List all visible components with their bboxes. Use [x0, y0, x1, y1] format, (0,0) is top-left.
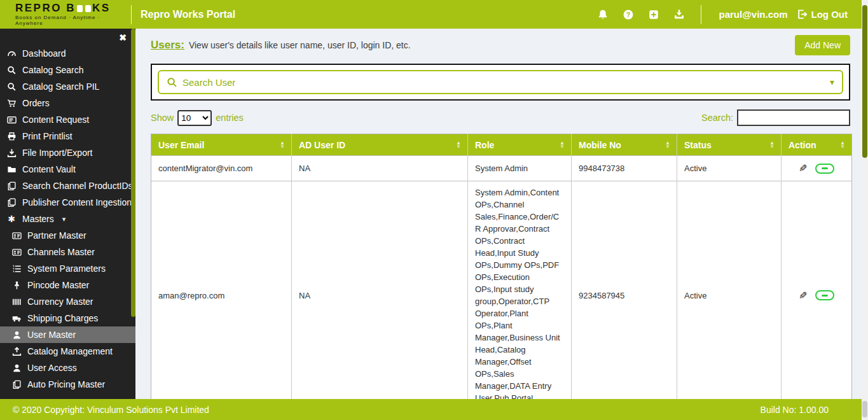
table-search-group: Search:	[701, 109, 850, 126]
add-icon[interactable]	[648, 9, 659, 20]
user-icon	[11, 363, 22, 373]
logo-text-part2: KS	[92, 3, 111, 14]
copy-icon	[6, 181, 17, 191]
sort-icon[interactable]: ▲▼	[665, 141, 672, 149]
dropdown-caret-icon[interactable]: ▾	[830, 77, 834, 87]
idcard-icon	[11, 248, 22, 257]
repro-works-portal-app: REPRO BKS Books on Demand · Anytime · An…	[0, 0, 868, 420]
sidebar-item-catalog-search-pil[interactable]: Catalog Search PIL	[0, 78, 135, 95]
user-search-input[interactable]	[183, 77, 830, 88]
sidebar-item-partner-master[interactable]: Partner Master	[0, 227, 135, 244]
sidebar-item-auto-pricing-master[interactable]: Auto Pricing Master	[0, 376, 135, 393]
sidebar-item-channels-master[interactable]: Channels Master	[0, 244, 135, 260]
sort-icon[interactable]: ▲▼	[280, 141, 286, 149]
logout-icon	[797, 9, 808, 20]
header-divider	[131, 5, 132, 24]
show-label: Show	[151, 113, 174, 123]
copy-icon	[6, 198, 17, 207]
logo-text: REPRO BKS	[15, 3, 122, 14]
sidebar-item-print-printlist[interactable]: Print Printlist	[0, 128, 135, 144]
table-controls-row: Show 10 entries Search:	[151, 109, 850, 126]
sidebar-item-pincode-master[interactable]: Pincode Master	[0, 277, 135, 293]
status-toggle-icon[interactable]	[815, 164, 834, 174]
sidebar-item-search-channel-productids[interactable]: Search Channel ProductIDs	[0, 178, 135, 194]
download-icon	[6, 148, 17, 158]
table-row: aman@repro.com NA System Admin,Content O…	[151, 181, 852, 400]
printer-icon	[6, 132, 17, 141]
copyright-text: © 2020 Copyright: Vinculum Solutions Pvt…	[13, 405, 209, 415]
page-title: Users:	[151, 39, 184, 52]
sidebar-item-currency-master[interactable]: Currency Master	[0, 293, 135, 310]
page-scrollbar-thumb-bottom[interactable]	[862, 401, 867, 417]
sidebar-item-file-import-export[interactable]: File Import/Export	[0, 144, 135, 161]
column-header-ad-user-id[interactable]: AD User ID▲▼	[292, 134, 468, 156]
sidebar-item-orders[interactable]: Orders	[0, 95, 135, 111]
status-toggle-icon[interactable]	[815, 290, 834, 300]
sort-icon[interactable]: ▲▼	[456, 141, 462, 149]
upload-icon	[11, 347, 22, 356]
sidebar-item-content-vault[interactable]: Content Vault	[0, 161, 135, 178]
header-divider	[701, 5, 701, 24]
logout-label: Log Out	[811, 9, 848, 20]
top-header-bar: REPRO BKS Books on Demand · Anytime · An…	[0, 0, 862, 29]
column-header-mobile-no[interactable]: Mobile No▲▼	[572, 134, 677, 156]
download-icon[interactable]	[673, 9, 685, 20]
close-icon[interactable]: ✖	[119, 32, 127, 43]
column-header-action[interactable]: Action▲▼	[782, 134, 852, 156]
sidebar-item-shipping-charges[interactable]: Shipping Charges	[0, 310, 135, 326]
bell-icon[interactable]	[597, 9, 609, 20]
users-table: User Email▲▼ AD User ID▲▼ Role▲▼ Mobile …	[151, 134, 852, 399]
sidebar-item-masters[interactable]: ✱ Masters ▾	[0, 211, 135, 227]
sidebar-item-publisher-content-ingestion[interactable]: Publisher Content Ingestion	[0, 194, 135, 211]
user-icon	[11, 330, 22, 340]
cart-icon	[6, 99, 17, 108]
copy-icon	[11, 380, 22, 389]
sort-icon[interactable]: ▲▼	[560, 141, 566, 149]
column-header-status[interactable]: Status▲▼	[677, 134, 782, 156]
header-actions: ? parul@vin.com Log Out	[590, 5, 862, 24]
list-icon	[6, 115, 17, 125]
cell-user-email: contentMigrator@vin.com	[151, 156, 292, 181]
pin-icon	[11, 281, 22, 290]
page-scrollbar[interactable]	[862, 0, 868, 420]
sidebar-nav: ✖ Dashboard Catalog Search Catalog Searc…	[0, 29, 135, 399]
edit-pencil-icon[interactable]: ✎	[799, 162, 807, 174]
page-heading-row: Users: View user's details like user nam…	[151, 35, 850, 55]
sidebar-item-catalog-management[interactable]: Catalog Management	[0, 343, 135, 360]
sidebar-item-dashboard[interactable]: Dashboard	[0, 45, 135, 62]
page-scrollbar-thumb[interactable]	[862, 5, 867, 158]
caret-down-icon: ▾	[62, 215, 66, 223]
search-icon	[6, 66, 17, 75]
table-search-input[interactable]	[737, 109, 850, 126]
sort-icon[interactable]: ▲▼	[840, 141, 846, 149]
sidebar-scrollbar-thumb[interactable]	[131, 29, 135, 317]
cell-action: ✎	[782, 181, 852, 400]
cell-mobile: 9234587945	[572, 181, 677, 400]
repro-books-logo[interactable]: REPRO BKS Books on Demand · Anytime · An…	[0, 3, 122, 26]
add-new-button[interactable]: Add New	[795, 35, 850, 55]
sidebar-item-user-master[interactable]: User Master	[0, 326, 135, 343]
gauge-icon	[6, 49, 17, 59]
folder-icon	[6, 165, 17, 174]
users-table-header-row: User Email▲▼ AD User ID▲▼ Role▲▼ Mobile …	[151, 134, 852, 156]
cell-role: System Admin,Content OPs,Channel Sales,F…	[468, 181, 572, 400]
sidebar-item-catalog-search[interactable]: Catalog Search	[0, 62, 135, 78]
column-header-role[interactable]: Role▲▼	[468, 134, 572, 156]
user-email: parul@vin.com	[719, 9, 788, 20]
footer-bar: © 2020 Copyright: Vinculum Solutions Pvt…	[0, 399, 862, 420]
edit-pencil-icon[interactable]: ✎	[799, 290, 807, 302]
truck-icon	[11, 314, 22, 323]
logo-text-part1: REPRO B	[15, 3, 76, 14]
logout-button[interactable]: Log Out	[797, 9, 848, 20]
table-search-label: Search:	[701, 113, 733, 123]
sidebar-menu: Dashboard Catalog Search Catalog Search …	[0, 29, 135, 393]
sidebar-item-user-access[interactable]: User Access	[0, 360, 135, 376]
cell-mobile: 9948473738	[572, 156, 677, 181]
sort-icon[interactable]: ▲▼	[769, 141, 776, 149]
sidebar-item-content-request[interactable]: Content Request	[0, 111, 135, 128]
sidebar-item-system-parameters[interactable]: System Parameters	[0, 260, 135, 277]
entries-per-page-select[interactable]: 10	[177, 110, 212, 126]
user-search-box[interactable]: ▾	[158, 70, 843, 94]
column-header-user-email[interactable]: User Email▲▼	[151, 134, 292, 156]
help-icon[interactable]: ?	[623, 9, 634, 20]
